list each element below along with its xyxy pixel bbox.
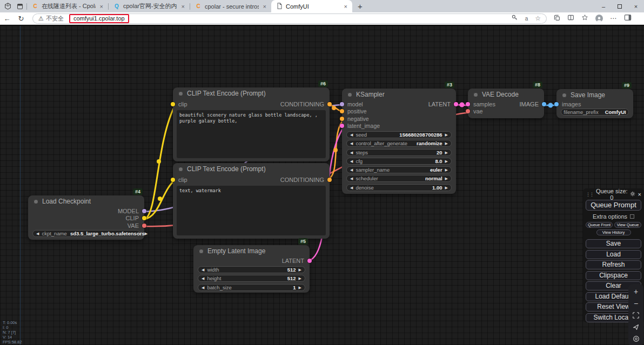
omnibox[interactable]: ⚠ 不安全 comfyui1.cpolar.top a ☆ [32, 13, 547, 24]
node-clip-text-encode-positive[interactable]: #6 CLIP Text Encode (Prompt) clip CONDIT… [173, 87, 330, 161]
images-input-slot[interactable] [554, 102, 559, 106]
clipspace-button[interactable]: Clipspace [586, 271, 641, 280]
queue-front-button[interactable]: Queue Front [586, 222, 613, 228]
node-empty-latent-image[interactable]: #5 Empty Latent Image LATENT ◀ width 512… [193, 245, 310, 293]
profile-avatar[interactable] [595, 15, 603, 22]
node-title-bar[interactable]: Load Checkpoint [28, 195, 144, 207]
conditioning-output-slot[interactable] [327, 102, 332, 106]
denoise-widget[interactable]: ◀ denoise 1.00 ▶ [346, 184, 452, 191]
view-queue-button[interactable]: View Queue [614, 222, 641, 228]
height-widget[interactable]: ◀ height 512 ▶ [198, 275, 305, 282]
decrement-arrow-icon[interactable]: ◀ [202, 276, 204, 280]
tab-comfyui-active[interactable]: ComfyUI × [271, 0, 352, 12]
vae-input-slot[interactable] [466, 109, 470, 113]
favorite-star-icon[interactable]: ☆ [535, 15, 541, 22]
node-title-bar[interactable]: Empty Latent Image [193, 245, 310, 257]
negative-input-slot[interactable] [340, 117, 344, 121]
cfg-widget[interactable]: ◀ cfg 8.0 ▶ [346, 158, 452, 165]
decrement-arrow-icon[interactable]: ◀ [350, 186, 353, 190]
decrement-arrow-icon[interactable]: ◀ [350, 159, 353, 163]
collapse-dot-icon[interactable] [178, 167, 183, 172]
node-clip-text-encode-negative[interactable]: CLIP Text Encode (Prompt) clip CONDITION… [173, 163, 330, 239]
width-widget[interactable]: ◀ width 512 ▶ [198, 266, 305, 273]
clip-input-slot[interactable] [171, 178, 175, 182]
decrement-arrow-icon[interactable]: ◀ [350, 141, 353, 145]
decrement-arrow-icon[interactable]: ◀ [350, 151, 353, 154]
fit-view-icon[interactable] [630, 310, 642, 320]
scheduler-widget[interactable]: ◀ scheduler normal ▶ [346, 175, 452, 182]
password-key-icon[interactable] [511, 13, 518, 23]
security-indicator[interactable]: ⚠ 不安全 [38, 15, 64, 23]
node-save-image[interactable]: #9 Save Image images filename_prefix Com… [556, 89, 633, 118]
refresh-button[interactable]: Refresh [586, 260, 641, 269]
control-after-generate-widget[interactable]: ◀ control_after_generate randomize ▶ [346, 140, 452, 147]
node-vae-decode[interactable]: #8 VAE Decode samples IMAGE vae [468, 89, 544, 118]
workspaces-icon[interactable] [4, 3, 11, 10]
collapse-dot-icon[interactable] [473, 92, 478, 97]
refresh-button[interactable]: ↻ [14, 15, 28, 23]
increment-arrow-icon[interactable]: ▶ [445, 133, 448, 137]
filename-prefix-widget[interactable]: filename_prefix ComfyUI [561, 109, 629, 116]
node-title-bar[interactable]: CLIP Text Encode (Prompt) [173, 163, 330, 175]
latent-output-slot[interactable] [454, 102, 458, 106]
decrement-arrow-icon[interactable]: ◀ [202, 268, 204, 272]
more-menu-icon[interactable]: ⋯ [610, 15, 617, 22]
decrement-arrow-icon[interactable]: ◀ [350, 168, 353, 172]
split-screen-icon[interactable] [567, 13, 574, 23]
tab-close-icon[interactable]: × [180, 3, 186, 10]
seed-widget[interactable]: ◀ seed 156680208700286 ▶ [346, 131, 452, 138]
sampler-name-widget[interactable]: ◀ sampler_name euler ▶ [346, 166, 452, 173]
tab-cpolar-tunnels[interactable]: C 在线隧道列表 - Cpolar × [27, 0, 108, 12]
comfyui-canvas[interactable]: #6 CLIP Text Encode (Prompt) clip CONDIT… [0, 25, 644, 345]
decrement-arrow-icon[interactable]: ◀ [36, 232, 39, 235]
tab-close-icon[interactable]: × [343, 3, 348, 10]
tab-actions-icon[interactable] [17, 3, 23, 10]
decrement-arrow-icon[interactable]: ◀ [350, 177, 353, 180]
load-button[interactable]: Load [586, 250, 641, 259]
latent-output-slot[interactable] [307, 259, 312, 263]
toggle-link-visibility-eye-icon[interactable] [630, 334, 642, 344]
view-history-button[interactable]: View History [596, 229, 631, 235]
new-tab-button[interactable]: + [352, 2, 368, 11]
node-ksampler[interactable]: #3 KSampler model LATENT positive negati… [342, 89, 456, 194]
increment-arrow-icon[interactable]: ▶ [445, 168, 448, 172]
decrement-arrow-icon[interactable]: ◀ [350, 133, 353, 137]
increment-arrow-icon[interactable]: ▶ [299, 268, 301, 272]
node-title-bar[interactable]: KSampler [342, 89, 456, 100]
collapse-dot-icon[interactable] [199, 249, 204, 254]
latent-image-input-slot[interactable] [340, 124, 344, 128]
translate-icon[interactable]: a [525, 16, 528, 22]
close-panel-icon[interactable]: × [638, 191, 641, 198]
batch-size-widget[interactable]: ◀ batch_size 1 ▶ [198, 284, 305, 291]
collapse-dot-icon[interactable] [178, 91, 183, 96]
queue-prompt-button[interactable]: Queue Prompt [586, 200, 641, 211]
decrement-arrow-icon[interactable]: ◀ [202, 286, 204, 289]
increment-arrow-icon[interactable]: ▶ [445, 141, 448, 145]
samples-input-slot[interactable] [466, 102, 470, 106]
collapse-dot-icon[interactable] [347, 92, 352, 97]
model-output-slot[interactable] [142, 209, 146, 213]
increment-arrow-icon[interactable]: ▶ [445, 177, 448, 180]
clip-input-slot[interactable] [171, 102, 175, 106]
drag-handle-icon[interactable]: ⋮⋮ [586, 192, 593, 197]
tab-close-icon[interactable]: × [262, 3, 267, 10]
model-input-slot[interactable] [340, 102, 344, 106]
node-title-bar[interactable]: CLIP Text Encode (Prompt) [173, 87, 330, 99]
image-output-slot[interactable] [542, 102, 546, 106]
tab-cpolar-site[interactable]: Q cpolar官网-安全的内网穿透工具 × [109, 0, 190, 12]
window-maximize-button[interactable] [612, 0, 628, 12]
vae-output-slot[interactable] [142, 224, 146, 228]
window-close-button[interactable]: × [628, 0, 644, 12]
conditioning-output-slot[interactable] [327, 178, 332, 182]
window-minimize-button[interactable]: – [595, 0, 612, 12]
settings-gear-icon[interactable] [630, 191, 635, 198]
increment-arrow-icon[interactable]: ▶ [445, 151, 448, 154]
node-load-checkpoint[interactable]: #4 Load Checkpoint MODEL CLIP VAE ◀ ckpt… [28, 195, 144, 240]
back-button[interactable]: ← [0, 15, 14, 23]
copilot-sidebar-icon[interactable] [624, 13, 632, 23]
increment-arrow-icon[interactable]: ▶ [445, 159, 448, 163]
prompt-textarea[interactable]: text, watermark [177, 186, 326, 235]
ckpt-name-widget[interactable]: ◀ ckpt_name sd3.5_large_turbo.safetensor… [32, 230, 140, 237]
collections-icon[interactable] [553, 13, 560, 23]
positive-input-slot[interactable] [340, 109, 344, 113]
